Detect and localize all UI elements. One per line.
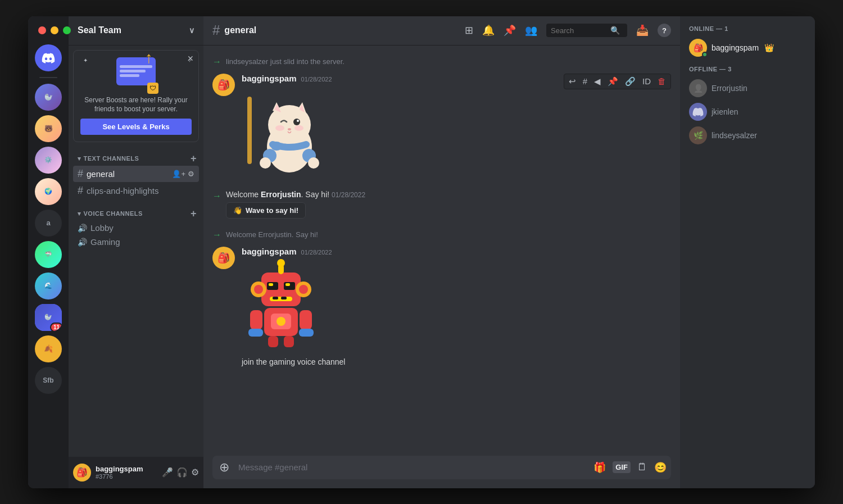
members-sidebar: ONLINE — 1 🎒 baggingspam 👑 OFFLINE — 3 👤…: [680, 16, 815, 488]
offline-members-header: OFFLINE — 3: [685, 66, 810, 72]
emoji-icon[interactable]: 😊: [654, 461, 667, 474]
crown-icon: 👑: [764, 43, 774, 52]
server-icon-bs[interactable]: 🍂: [35, 335, 62, 362]
system-message-welcome2: → Welcome Errorjustin. Say hi!: [203, 228, 680, 242]
message-list: → lindseysalzer just slid into the serve…: [203, 46, 680, 456]
server-header[interactable]: Seal Team ∨: [69, 16, 203, 46]
sticker-icon[interactable]: 🗒: [637, 461, 647, 473]
minimize-button[interactable]: [51, 26, 58, 34]
svg-rect-35: [300, 310, 312, 330]
arrow-right-icon: →: [212, 57, 221, 67]
message-content-1: baggingspam 01/28/2022: [242, 74, 671, 183]
message-id-icon[interactable]: ID: [640, 75, 653, 87]
message-image-1: [242, 85, 320, 183]
chevron-down-icon: ∨: [189, 26, 194, 35]
svg-rect-34: [250, 310, 262, 330]
settings-icon[interactable]: ⚙: [188, 170, 194, 178]
help-icon[interactable]: ?: [658, 24, 671, 37]
server-icon-5[interactable]: a: [35, 210, 62, 237]
chat-header: # general ⊞ 🔔 📌 👥 🔍 📥 ?: [203, 16, 680, 46]
channel-item-general[interactable]: # general 👤+ ⚙: [73, 166, 199, 182]
pin-message-icon[interactable]: ◀: [592, 75, 603, 88]
chat-input-action-icons: 🎁 GIF 🗒 😊: [593, 461, 667, 474]
boost-description: Server Boosts are here! Rally your frien…: [80, 96, 192, 115]
member-name-baggingspam: baggingspam: [711, 43, 759, 52]
server-icon-3[interactable]: ⚙️: [35, 147, 62, 174]
system-message-text: lindseysalzer just slid into the server.: [226, 57, 345, 66]
boost-illustration: ↑ 🛡 ✦ ✧: [80, 57, 192, 91]
channel-name-clips: clips-and-highlights: [87, 186, 194, 196]
member-list-icon[interactable]: 👥: [525, 24, 537, 37]
message-username-2: baggingspam: [242, 247, 297, 256]
close-button[interactable]: [38, 26, 46, 34]
message-avatar-2: 🎒: [212, 247, 235, 269]
svg-rect-37: [299, 329, 314, 337]
member-item-baggingspam[interactable]: 🎒 baggingspam 👑: [685, 37, 810, 59]
member-item-lindseysalzer[interactable]: 🌿 lindseysalzer: [685, 124, 810, 147]
pinned-messages-icon[interactable]: 📌: [504, 24, 516, 37]
search-input[interactable]: [551, 26, 607, 35]
member-item-jkienlen[interactable]: jkienlen: [685, 101, 810, 123]
boost-shield-icon: 🛡: [147, 83, 158, 94]
svg-point-10: [294, 125, 303, 131]
message-actions-bar: ↩ # ◀ 📌 🔗 ID 🗑: [564, 74, 671, 89]
discord-home-button[interactable]: [35, 44, 62, 71]
voice-channels-header[interactable]: ▾ VOICE CHANNELS +: [73, 206, 199, 221]
server-icon-6[interactable]: 🦈: [35, 241, 62, 268]
voice-channel-name-lobby: Lobby: [90, 223, 114, 233]
svg-rect-36: [248, 329, 263, 337]
message-timestamp-2: 01/28/2022: [301, 249, 332, 256]
wave-button[interactable]: 👋 Wave to say hi!: [226, 202, 306, 219]
deafen-button[interactable]: 🎧: [176, 467, 188, 478]
add-reaction-icon[interactable]: #: [581, 75, 590, 87]
server-icon-sfb[interactable]: Sfb: [35, 367, 62, 394]
threads-icon[interactable]: ⊞: [465, 24, 473, 37]
member-item-errorjustin[interactable]: 👤 Errorjustin: [685, 77, 810, 99]
svg-point-16: [308, 157, 319, 169]
add-text-channel-button[interactable]: +: [191, 153, 197, 164]
server-icon-active[interactable]: 🦭 11: [35, 304, 62, 331]
system-welcome-text: Welcome Errorjustin. Say hi!: [226, 230, 318, 239]
collapse-arrow-icon: ▾: [78, 155, 81, 162]
server-divider: [39, 77, 57, 78]
server-icon-1[interactable]: 🦭: [35, 84, 62, 111]
gif-icon[interactable]: GIF: [613, 461, 631, 473]
voice-channel-name-gaming: Gaming: [90, 237, 120, 247]
server-icon-4[interactable]: 🌍: [35, 178, 62, 205]
maximize-button[interactable]: [63, 26, 71, 34]
welcome-username: Errorjustin: [261, 190, 301, 199]
svg-point-12: [271, 142, 282, 151]
notification-bell-icon[interactable]: 🔔: [482, 24, 495, 37]
inbox-icon[interactable]: 📥: [636, 24, 649, 37]
svg-rect-21: [284, 282, 295, 290]
arrow-right-icon-2: →: [212, 230, 221, 240]
mute-button[interactable]: 🎤: [162, 467, 173, 478]
message-content-2: baggingspam 01/28/2022: [242, 247, 671, 368]
bookmark-icon[interactable]: 📌: [605, 75, 620, 88]
add-member-icon[interactable]: 👤+: [172, 170, 185, 178]
gift-icon[interactable]: 🎁: [593, 461, 606, 474]
copy-id-icon[interactable]: 🔗: [623, 75, 638, 88]
voice-channel-gaming[interactable]: 🔊 Gaming: [73, 235, 199, 249]
see-levels-perks-button[interactable]: See Levels & Perks: [80, 119, 192, 135]
attach-file-button[interactable]: ⊕: [217, 456, 232, 479]
wave-button-label: Wave to say hi!: [246, 206, 298, 215]
delete-message-icon[interactable]: 🗑: [655, 75, 668, 87]
server-icon-2[interactable]: 🐻: [35, 115, 62, 142]
reply-icon[interactable]: ↩: [566, 75, 578, 88]
message-timestamp-1: 01/28/2022: [301, 76, 332, 83]
message-input[interactable]: [236, 456, 589, 479]
message-image-2: [242, 258, 671, 356]
channel-item-clips[interactable]: # clips-and-highlights: [73, 183, 199, 199]
member-avatar-jkienlen: [689, 103, 707, 121]
member-avatar-lindseysalzer: 🌿: [689, 126, 707, 144]
chat-header-actions: ⊞ 🔔 📌 👥 🔍 📥 ?: [465, 24, 671, 37]
search-icon: 🔍: [610, 26, 620, 35]
user-settings-button[interactable]: ⚙: [191, 467, 199, 478]
system-message-join: → lindseysalzer just slid into the serve…: [203, 55, 680, 69]
channel-name-general: general: [87, 169, 169, 179]
text-channels-header[interactable]: ▾ TEXT CHANNELS +: [73, 151, 199, 166]
add-voice-channel-button[interactable]: +: [191, 208, 197, 219]
voice-channel-lobby[interactable]: 🔊 Lobby: [73, 221, 199, 235]
server-icon-7[interactable]: 🌊: [35, 273, 62, 299]
